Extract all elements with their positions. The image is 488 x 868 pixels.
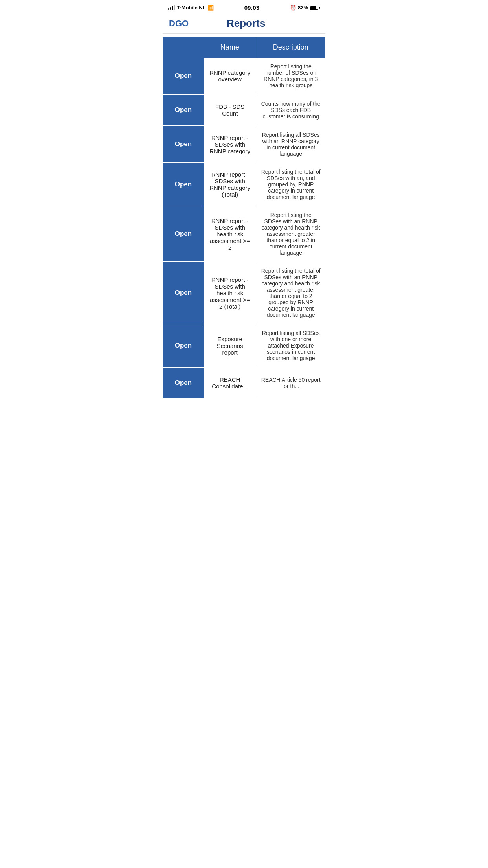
- open-button[interactable]: Open: [163, 163, 204, 206]
- table-row: Open Exposure Scenarios report Report li…: [163, 324, 325, 368]
- table-row: Open REACH Consolidate... REACH Article …: [163, 368, 325, 399]
- wifi-icon: 📶: [207, 5, 214, 11]
- report-description: REACH Article 50 report for th...: [256, 368, 325, 398]
- report-name: RNNP report - SDSes with RNNP category: [204, 126, 256, 162]
- report-description: Report listing the SDSes with an RNNP ca…: [256, 206, 325, 261]
- report-description: Report listing the total of SDSes with a…: [256, 262, 325, 324]
- alarm-icon: ⏰: [290, 5, 296, 11]
- table-header-name: Name: [204, 37, 256, 58]
- table-header: Name Description: [163, 37, 325, 58]
- report-description: Report listing all SDSes with one or mor…: [256, 324, 325, 367]
- open-button[interactable]: Open: [163, 262, 204, 324]
- report-name: RNNP category overview: [204, 58, 256, 94]
- report-description: Report listing the number of SDSes on RN…: [256, 58, 325, 94]
- report-name: FDB - SDS Count: [204, 95, 256, 125]
- page-title: Reports: [189, 17, 303, 29]
- reports-table: Open RNNP category overview Report listi…: [163, 58, 325, 399]
- app-logo: DGO: [169, 18, 189, 29]
- table-row: Open RNNP report - SDSes with RNNP categ…: [163, 126, 325, 163]
- table-row: Open RNNP report - SDSes with health ris…: [163, 206, 325, 262]
- app-header: DGO Reports: [163, 14, 325, 34]
- table-header-action-col: [163, 37, 204, 58]
- table-row: Open RNNP report - SDSes with RNNP categ…: [163, 163, 325, 206]
- report-name: Exposure Scenarios report: [204, 324, 256, 367]
- time-label: 09:03: [244, 4, 259, 11]
- open-button[interactable]: Open: [163, 126, 204, 162]
- open-button[interactable]: Open: [163, 368, 204, 398]
- report-name: RNNP report - SDSes with health risk ass…: [204, 262, 256, 324]
- report-name: RNNP report - SDSes with health risk ass…: [204, 206, 256, 261]
- battery-icon: [310, 6, 320, 10]
- table-header-desc: Description: [256, 37, 325, 58]
- report-description: Counts how many of the SDSs each FDB cus…: [256, 95, 325, 125]
- open-button[interactable]: Open: [163, 58, 204, 94]
- status-bar: T-Mobile NL 📶 09:03 ⏰ 82%: [163, 0, 325, 14]
- table-row: Open RNNP report - SDSes with health ris…: [163, 262, 325, 324]
- report-description: Report listing all SDSes with an RNNP ca…: [256, 126, 325, 162]
- open-button[interactable]: Open: [163, 95, 204, 125]
- status-right: ⏰ 82%: [290, 5, 320, 11]
- carrier-label: T-Mobile NL: [177, 5, 206, 11]
- report-name: RNNP report - SDSes with RNNP category (…: [204, 163, 256, 206]
- signal-icon: [168, 5, 175, 10]
- report-name: REACH Consolidate...: [204, 368, 256, 398]
- table-row: Open FDB - SDS Count Counts how many of …: [163, 95, 325, 126]
- open-button[interactable]: Open: [163, 324, 204, 367]
- table-row: Open RNNP category overview Report listi…: [163, 58, 325, 95]
- status-left: T-Mobile NL 📶: [168, 5, 214, 11]
- report-description: Report listing the total of SDSes with a…: [256, 163, 325, 206]
- open-button[interactable]: Open: [163, 206, 204, 261]
- battery-pct-label: 82%: [298, 5, 308, 11]
